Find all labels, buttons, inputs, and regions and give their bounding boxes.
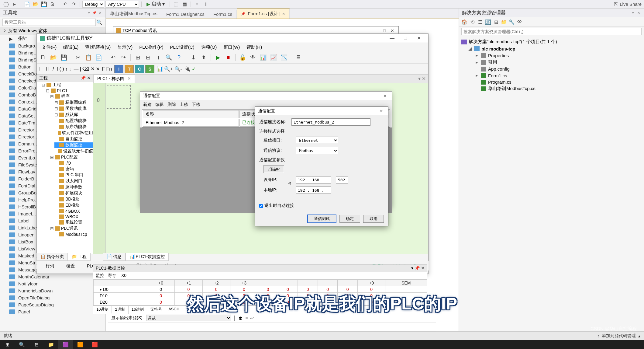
tree-node[interactable]: 脉冲参数 xyxy=(54,184,93,190)
help-icon[interactable]: ? xyxy=(174,53,184,62)
menu-item[interactable]: 显示(V) xyxy=(114,44,136,51)
tb-icon[interactable]: 📊 xyxy=(259,53,268,62)
clear-icon[interactable]: 🗑 xyxy=(239,316,243,320)
ok-button[interactable]: 确定 xyxy=(339,215,360,223)
radix-tab[interactable]: 16进制 xyxy=(129,306,147,314)
solution-node[interactable]: 解决方案"plc modbus-tcp"(1 个项目/共 1 个) xyxy=(461,38,642,45)
tree-node[interactable]: ⊟PLC1 xyxy=(46,88,93,93)
search-button[interactable]: 🔍 xyxy=(15,340,29,349)
vline-icon[interactable]: | xyxy=(80,66,81,72)
search-icon[interactable]: 🔍 xyxy=(164,53,173,62)
new-icon[interactable]: 📄 xyxy=(23,1,31,8)
tb-icon[interactable]: ☰ xyxy=(477,19,484,25)
tb-icon[interactable]: ⬚ xyxy=(172,1,180,8)
local-ip-input[interactable] xyxy=(296,187,331,194)
solution-item[interactable]: 华山培训ModbusTcp.cs xyxy=(461,85,642,92)
home-icon[interactable]: 🏠 xyxy=(461,19,468,25)
tree-node[interactable]: 系统设置 xyxy=(54,220,93,225)
pin-icon[interactable]: 📌 xyxy=(81,75,86,80)
conn-name-input[interactable] xyxy=(291,118,370,126)
tree-node[interactable]: 顺序功能块 xyxy=(54,124,93,130)
tree-node[interactable]: ⊟默认库 xyxy=(54,112,93,117)
scan-ip-button[interactable]: 扫描IP xyxy=(263,165,284,173)
properties-icon[interactable]: 🔧 xyxy=(508,19,515,25)
close-icon[interactable]: ✕ xyxy=(87,75,91,80)
live-share-button[interactable]: ⇱ Live Share xyxy=(614,2,642,7)
s-block-icon[interactable]: S xyxy=(145,65,154,73)
preview-icon[interactable]: 👁 xyxy=(516,19,523,25)
refresh-icon[interactable]: 🔄 xyxy=(484,19,492,25)
start-button[interactable]: ⊞ xyxy=(0,340,15,349)
redo-icon[interactable]: ↷ xyxy=(119,53,128,62)
search-icon[interactable]: 🔍 xyxy=(96,19,103,25)
tree-node[interactable]: WBOX xyxy=(54,214,93,219)
start-debug-button[interactable]: ▶启动 ▾ xyxy=(144,1,167,7)
save-all-icon[interactable]: 🗎 xyxy=(49,1,56,8)
close-icon[interactable]: ✕ xyxy=(636,11,641,16)
menu-item[interactable]: 选项(O) xyxy=(198,44,220,51)
dropdown-icon[interactable]: ▾ ✕ xyxy=(416,76,428,82)
toolbox-item[interactable]: Panel xyxy=(0,308,105,315)
nav-back-icon[interactable]: ◯ xyxy=(2,1,10,8)
run-icon[interactable]: ▶ xyxy=(213,53,222,62)
ladder-icon-2[interactable]: ⊟ xyxy=(143,53,153,62)
tb-icon[interactable]: 📈 xyxy=(269,53,278,62)
c-block-icon[interactable]: C xyxy=(135,65,144,73)
upload-icon[interactable]: ⬆ xyxy=(199,53,208,62)
tab-designer-cs[interactable]: Form1.Designer.cs xyxy=(162,10,209,19)
toggle-icon[interactable]: ≡ xyxy=(245,316,248,320)
line-icon[interactable]: — xyxy=(74,66,79,72)
tree-node[interactable]: ⊟工程 xyxy=(42,82,93,88)
tree-node[interactable]: ⊟函数功能库 xyxy=(54,106,93,111)
del-icon[interactable]: ⨯ xyxy=(96,66,100,72)
close-icon[interactable]: ✕ xyxy=(412,34,425,43)
align-icon-2[interactable]: ⫴ xyxy=(202,1,209,8)
new-icon[interactable]: 🗋 xyxy=(39,53,48,62)
tree-node[interactable]: 数据监控 xyxy=(54,142,93,148)
conn-icon[interactable]: 🔓 xyxy=(238,53,247,62)
tab-modbus-cs[interactable]: 华山培训ModbusTcp.cs xyxy=(106,9,162,19)
menu-item[interactable]: PLC设置(C) xyxy=(167,44,198,51)
taskbar-app[interactable]: 🟧 xyxy=(73,340,88,349)
monitor-tab[interactable]: 📊 PLC1-数据监控 xyxy=(126,253,169,261)
menu-item[interactable]: 窗口(W) xyxy=(220,44,243,51)
ladder-icon[interactable]: ⊞ xyxy=(133,53,142,62)
toolbox-item[interactable]: NumericUpDown xyxy=(0,287,105,294)
coil-icon[interactable]: ( ) xyxy=(59,66,64,72)
toolbox-item[interactable]: OpenFileDialog xyxy=(0,294,105,301)
monitor-row[interactable]: ▸ D00000000000 xyxy=(94,286,427,293)
dropdown-icon[interactable]: ▾ xyxy=(411,266,413,270)
toolbar-action[interactable]: 上移 xyxy=(180,102,188,107)
close-icon[interactable]: ✕ xyxy=(378,109,385,113)
solution-search-input[interactable] xyxy=(461,28,642,35)
tree-node[interactable]: I/O xyxy=(54,161,93,166)
config-combo[interactable]: Debug xyxy=(82,1,104,8)
test-button[interactable]: 通信测试 xyxy=(307,215,336,223)
align-icon-3[interactable]: ⫶ xyxy=(210,1,218,8)
taskview-button[interactable]: ⊟ xyxy=(29,340,44,349)
menu-item[interactable]: 帮助(H) xyxy=(243,44,265,51)
up-icon[interactable]: ↑ xyxy=(65,66,68,72)
toolbox-item[interactable]: NotifyIcon xyxy=(0,280,105,287)
solution-item[interactable]: App.config xyxy=(461,66,642,72)
tb-icon[interactable]: │ xyxy=(234,316,236,320)
project-node[interactable]: ◢plc modbus-tcp xyxy=(461,45,642,52)
t-block-icon[interactable]: T xyxy=(125,65,134,73)
zoom-in-icon[interactable]: 🔍+ xyxy=(164,66,173,72)
i-block-icon[interactable]: I xyxy=(114,65,123,73)
show-all-icon[interactable]: 📁 xyxy=(500,19,508,25)
menu-item[interactable]: 文件(F) xyxy=(39,44,60,51)
pin-icon[interactable]: ▾ xyxy=(87,11,91,16)
conn-icon[interactable]: 🔌 xyxy=(184,66,191,72)
pin-icon[interactable]: 📌 xyxy=(415,266,420,270)
device-port-input[interactable] xyxy=(336,176,348,183)
close-icon[interactable]: ✕ xyxy=(282,12,285,16)
wrap-icon[interactable]: ↩ xyxy=(250,316,254,320)
pin-icon[interactable]: 📌 xyxy=(92,11,97,16)
save-icon[interactable]: 💾 xyxy=(40,1,48,8)
align-icon[interactable]: ≡ xyxy=(193,1,201,8)
collapse-icon[interactable]: ⊟ xyxy=(492,19,500,25)
tree-node[interactable]: 软元件注释/使用 xyxy=(54,130,93,136)
tab-form1-cs[interactable]: Form1.cs xyxy=(209,10,237,19)
cmd-category-tab[interactable]: 📋 指令分类 xyxy=(36,253,68,261)
